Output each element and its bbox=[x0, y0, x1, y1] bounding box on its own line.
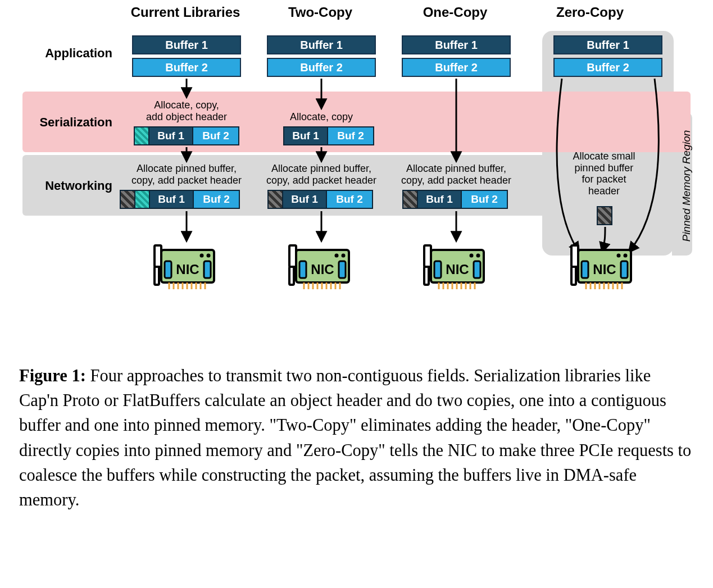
arrows-overlay: NIC bbox=[0, 0, 713, 347]
nic-icon bbox=[155, 245, 214, 289]
caption-lead: Figure 1: bbox=[19, 366, 86, 385]
nic-icon bbox=[289, 245, 349, 289]
nic-icon bbox=[424, 245, 484, 289]
figure-caption: Figure 1: Four approaches to transmit tw… bbox=[0, 347, 713, 523]
nic-icon bbox=[571, 245, 631, 289]
caption-body: Four approaches to transmit two non-cont… bbox=[19, 366, 691, 509]
diagram: Current Libraries Two-Copy One-Copy Zero… bbox=[0, 0, 713, 347]
